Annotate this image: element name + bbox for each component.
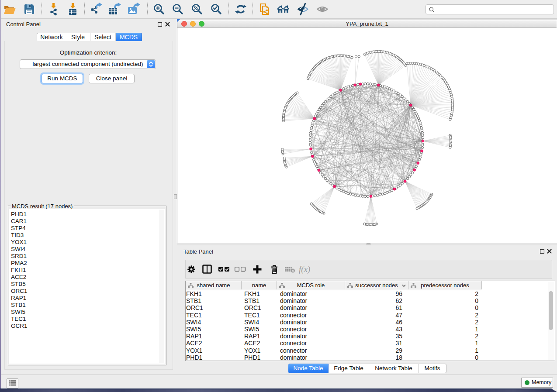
svg-text:f(x): f(x) bbox=[299, 265, 310, 274]
